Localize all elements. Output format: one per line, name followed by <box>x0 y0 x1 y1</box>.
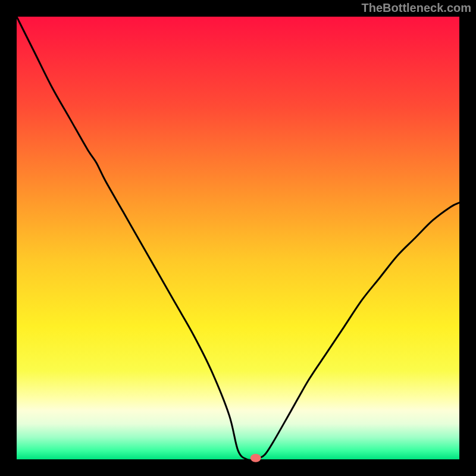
watermark-text: TheBottleneck.com <box>362 1 471 15</box>
bottleneck-chart <box>0 0 476 476</box>
plot-background <box>17 17 459 459</box>
marker-dot <box>250 454 261 462</box>
